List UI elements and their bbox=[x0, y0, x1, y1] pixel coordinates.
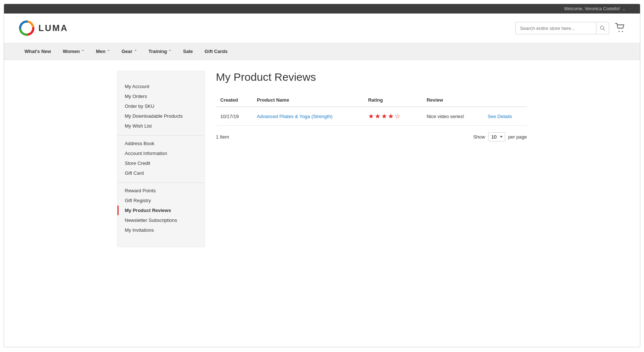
nav-women[interactable]: Women ⌃ bbox=[57, 43, 90, 60]
search-input[interactable] bbox=[516, 26, 596, 31]
sidebar-item-order-by-sku[interactable]: Order by SKU bbox=[117, 101, 205, 111]
nav-training[interactable]: Training ⌃ bbox=[143, 43, 177, 60]
sidebar-item-store-credit[interactable]: Store Credit bbox=[117, 158, 205, 168]
table-row: 10/17/19 Advanced Pilates & Yoga (Streng… bbox=[216, 107, 527, 126]
reviews-tbody: 10/17/19 Advanced Pilates & Yoga (Streng… bbox=[216, 107, 527, 126]
cell-rating: ★★★★☆ bbox=[364, 107, 422, 126]
nav-men-caret: ⌃ bbox=[107, 49, 110, 53]
sidebar-group-account: My Account My Orders Order by SKU My Dow… bbox=[117, 79, 205, 136]
account-dropdown-icon[interactable]: ⌄ bbox=[622, 7, 625, 11]
sidebar-item-my-orders[interactable]: My Orders bbox=[117, 91, 205, 101]
sidebar-item-my-account[interactable]: My Account bbox=[117, 82, 205, 91]
logo[interactable]: LUMA bbox=[19, 20, 68, 36]
sidebar-item-account-information[interactable]: Account Information bbox=[117, 148, 205, 158]
sidebar-item-gift-registry[interactable]: Gift Registry bbox=[117, 196, 205, 205]
content-wrapper: My Account My Orders Order by SKU My Dow… bbox=[102, 71, 542, 247]
sidebar-item-gift-card[interactable]: Gift Card bbox=[117, 168, 205, 178]
nav-sale[interactable]: Sale bbox=[177, 43, 199, 60]
welcome-message[interactable]: Welcome, Veronica Costello! bbox=[564, 6, 620, 11]
item-count: 1 Item bbox=[216, 134, 229, 140]
main-nav: What's New Women ⌃ Men ⌃ Gear ⌃ Training… bbox=[4, 43, 640, 60]
show-label: Show bbox=[473, 134, 485, 140]
per-page-label: per page bbox=[508, 134, 527, 140]
svg-line-2 bbox=[603, 29, 605, 30]
sidebar-item-reward-points[interactable]: Reward Points bbox=[117, 186, 205, 196]
logo-text: LUMA bbox=[38, 23, 68, 33]
per-page-select[interactable]: 10 20 50 bbox=[488, 132, 505, 141]
nav-gear[interactable]: Gear ⌃ bbox=[116, 43, 143, 60]
sidebar-item-my-invitations[interactable]: My Invitations bbox=[117, 225, 205, 235]
top-bar: Welcome, Veronica Costello! ⌄ bbox=[4, 4, 640, 14]
page-title: My Product Reviews bbox=[216, 71, 527, 83]
sidebar: My Account My Orders Order by SKU My Dow… bbox=[117, 71, 205, 247]
search-button[interactable] bbox=[596, 22, 609, 34]
nav-training-caret: ⌃ bbox=[168, 49, 171, 53]
nav-whats-new[interactable]: What's New bbox=[19, 43, 57, 60]
sidebar-item-wish-list[interactable]: My Wish List bbox=[117, 121, 205, 131]
sidebar-item-address-book[interactable]: Address Book bbox=[117, 139, 205, 148]
see-details-link[interactable]: See Details bbox=[488, 114, 512, 119]
svg-point-3 bbox=[619, 31, 620, 32]
cart-icon bbox=[615, 23, 625, 33]
logo-icon bbox=[19, 20, 35, 36]
cell-review: Nice video series! bbox=[422, 107, 483, 126]
search-box bbox=[515, 22, 609, 34]
svg-point-4 bbox=[622, 31, 623, 32]
per-page-control: Show 10 20 50 per page bbox=[473, 132, 527, 141]
reviews-table: Created Product Name Rating Review 10/17… bbox=[216, 94, 527, 126]
col-review: Review bbox=[422, 94, 483, 107]
search-icon bbox=[600, 26, 605, 31]
col-product-name: Product Name bbox=[252, 94, 364, 107]
star-rating: ★★★★☆ bbox=[368, 113, 401, 120]
col-rating: Rating bbox=[364, 94, 422, 107]
nav-men[interactable]: Men ⌃ bbox=[90, 43, 116, 60]
header-right bbox=[515, 22, 625, 34]
table-footer: 1 Item Show 10 20 50 per page bbox=[216, 132, 527, 141]
cell-product-name: Advanced Pilates & Yoga (Strength) bbox=[252, 107, 364, 126]
cell-action: See Details bbox=[483, 107, 527, 126]
table-header: Created Product Name Rating Review bbox=[216, 94, 527, 107]
cart-button[interactable] bbox=[615, 23, 625, 34]
col-action bbox=[483, 94, 527, 107]
sidebar-group-settings: Address Book Account Information Store C… bbox=[117, 136, 205, 183]
sidebar-item-my-product-reviews[interactable]: My Product Reviews bbox=[117, 205, 205, 215]
nav-gear-caret: ⌃ bbox=[134, 49, 137, 53]
header: LUMA bbox=[4, 14, 640, 43]
sidebar-group-extras: Reward Points Gift Registry My Product R… bbox=[117, 183, 205, 239]
main-content: My Product Reviews Created Product Name … bbox=[216, 71, 527, 247]
nav-gift-cards[interactable]: Gift Cards bbox=[199, 43, 233, 60]
col-created: Created bbox=[216, 94, 252, 107]
nav-women-caret: ⌃ bbox=[81, 49, 84, 53]
cell-created: 10/17/19 bbox=[216, 107, 252, 126]
product-link[interactable]: Advanced Pilates & Yoga (Strength) bbox=[257, 114, 333, 119]
sidebar-item-downloadable-products[interactable]: My Downloadable Products bbox=[117, 111, 205, 121]
sidebar-item-newsletter-subscriptions[interactable]: Newsletter Subscriptions bbox=[117, 215, 205, 225]
